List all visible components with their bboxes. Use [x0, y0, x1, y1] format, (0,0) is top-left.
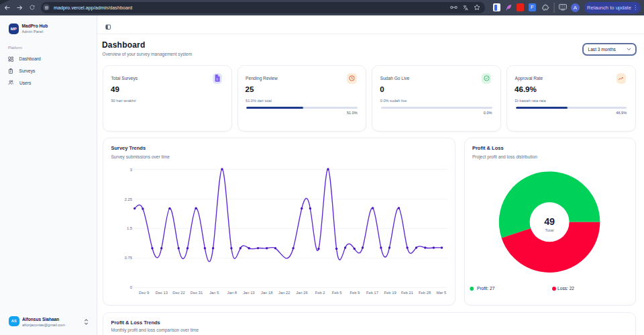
svg-text:Feb 9: Feb 9 — [350, 291, 360, 295]
svg-text:49: 49 — [544, 216, 555, 227]
svg-text:2.25: 2.25 — [125, 197, 132, 201]
svg-text:Jan 5: Jan 5 — [209, 291, 219, 295]
svg-text:Total: Total — [545, 228, 553, 232]
svg-text:1.5: 1.5 — [127, 226, 132, 230]
svg-text:Dec 9: Dec 9 — [139, 291, 149, 295]
svg-text:0.75: 0.75 — [125, 256, 132, 260]
svg-text:Dec 31: Dec 31 — [191, 291, 203, 295]
svg-text:Loss: 22: Loss: 22 — [557, 286, 574, 291]
svg-text:Jan 22: Jan 22 — [278, 291, 290, 295]
svg-text:Mar 5: Mar 5 — [436, 291, 446, 295]
svg-text:Jan 13: Jan 13 — [243, 291, 254, 295]
svg-text:Jan 8: Jan 8 — [227, 291, 237, 295]
svg-text:Feb 21: Feb 21 — [401, 291, 413, 295]
svg-text:Dec 22: Dec 22 — [172, 291, 184, 295]
svg-text:Feb 19: Feb 19 — [384, 291, 396, 295]
svg-text:Feb 2: Feb 2 — [315, 291, 325, 295]
svg-text:Dec 13: Dec 13 — [156, 291, 168, 295]
svg-text:3: 3 — [130, 168, 132, 172]
svg-text:0: 0 — [130, 285, 132, 289]
svg-text:Feb 5: Feb 5 — [332, 291, 342, 295]
svg-text:Profit: 27: Profit: 27 — [477, 286, 495, 291]
svg-text:Feb 28: Feb 28 — [419, 291, 431, 295]
svg-text:Jan 18: Jan 18 — [261, 291, 272, 295]
svg-text:Jan 26: Jan 26 — [296, 291, 307, 295]
svg-text:Feb 17: Feb 17 — [366, 291, 378, 295]
